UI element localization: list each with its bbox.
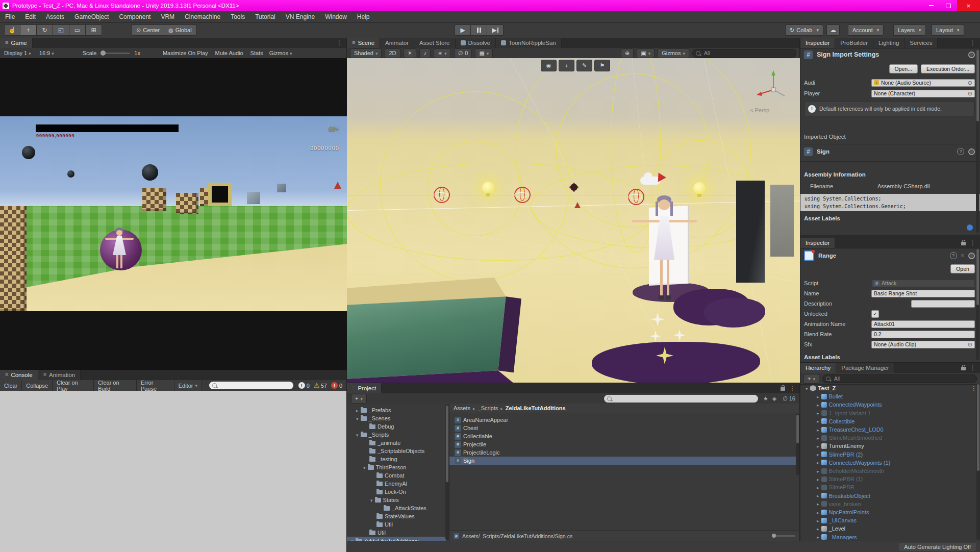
folder-row[interactable]: _testing xyxy=(347,455,397,463)
expand-arrow-icon[interactable] xyxy=(817,443,819,449)
expand-arrow-icon[interactable] xyxy=(817,485,819,490)
pane-kebab-icon[interactable] xyxy=(789,385,795,391)
open-asset-button[interactable]: Open xyxy=(950,264,975,273)
error-count-toggle[interactable]: ! 0 xyxy=(331,382,342,389)
tab-inspector-2[interactable]: Inspector xyxy=(800,238,835,248)
menu-cinemachine[interactable]: Cinemachine xyxy=(180,11,225,22)
folder-row[interactable]: States xyxy=(347,496,399,504)
name-field[interactable]: Basic Range Shot xyxy=(871,290,975,297)
file-row-selected[interactable]: Sign xyxy=(449,457,799,465)
hierarchy-search[interactable] xyxy=(822,374,977,383)
folder-row[interactable]: _animate xyxy=(347,439,400,447)
persp-label[interactable]: < Persp xyxy=(750,107,769,113)
tab-services[interactable]: Services xyxy=(904,38,938,48)
expand-arrow-icon[interactable] xyxy=(356,408,359,413)
menu-vn-engine[interactable]: VN Engine xyxy=(281,11,320,22)
overlay-move-button[interactable]: + xyxy=(559,60,574,71)
menu-gameobject[interactable]: GameObject xyxy=(69,11,114,22)
expand-arrow-icon[interactable] xyxy=(817,394,819,399)
play-button[interactable]: ▶ xyxy=(455,24,471,36)
file-row[interactable]: Projectile xyxy=(449,440,799,448)
project-search[interactable] xyxy=(604,395,758,403)
hierarchy-item[interactable]: SlimePBR (1) xyxy=(800,475,980,483)
warning-count-toggle[interactable]: ⚠ 57 xyxy=(314,382,327,389)
rect-tool-icon[interactable]: ▭ xyxy=(69,24,86,36)
hierarchy-item[interactable]: 1_ignot Variant 1 xyxy=(800,409,980,417)
description-field[interactable] xyxy=(911,300,975,308)
tab-animation[interactable]: Animation xyxy=(38,370,81,380)
menu-vrm[interactable]: VRM xyxy=(156,11,180,22)
game-viewport[interactable]: 999999,999999 60+ 00000000 xyxy=(0,58,347,370)
aspect-dropdown[interactable]: 16:9 xyxy=(39,50,54,56)
hidden-count-button[interactable]: ∅16 xyxy=(783,395,795,402)
file-row[interactable]: Chest xyxy=(449,424,799,432)
menu-tutorial[interactable]: Tutorial xyxy=(250,11,281,22)
project-search-input[interactable] xyxy=(614,395,755,402)
blend-rate-field[interactable]: 0.2 xyxy=(871,331,975,338)
lock-icon[interactable] xyxy=(961,367,966,370)
folder-row[interactable]: EnemyAI xyxy=(347,480,408,488)
hierarchy-item[interactable]: Bullet xyxy=(800,392,980,400)
folder-row[interactable]: _ScriptableObjects xyxy=(347,447,424,455)
tab-scene[interactable]: Scene xyxy=(347,38,380,48)
console-search-input[interactable] xyxy=(219,382,290,389)
create-asset-button[interactable]: + xyxy=(351,394,367,404)
collapse-arrow-icon[interactable] xyxy=(356,432,359,438)
breadcrumb-assets[interactable]: Assets xyxy=(454,405,470,411)
object-picker-icon[interactable] xyxy=(968,80,972,86)
create-object-button[interactable]: + xyxy=(803,374,819,384)
menu-assets[interactable]: Assets xyxy=(41,11,69,22)
hierarchy-item[interactable]: SlimePBR xyxy=(800,483,980,491)
expand-arrow-icon[interactable] xyxy=(817,518,819,523)
breadcrumb-leaf[interactable]: ZeldaLikeTutAdditions xyxy=(506,405,566,411)
collab-button[interactable]: ↻Collab xyxy=(785,24,823,36)
scene-viewport[interactable]: ◉ + ✎ ⚑ < Persp xyxy=(347,58,800,383)
script-object-field[interactable]: #Attack xyxy=(871,280,975,287)
menu-help[interactable]: Help xyxy=(352,11,375,22)
tab-asset-store[interactable]: Asset Store xyxy=(414,38,455,48)
close-button[interactable]: × xyxy=(957,0,980,11)
hierarchy-scrollbar[interactable] xyxy=(976,384,980,540)
expand-arrow-icon[interactable] xyxy=(817,493,819,498)
hierarchy-search-input[interactable] xyxy=(833,375,973,382)
expand-arrow-icon[interactable] xyxy=(817,501,819,507)
collapse-arrow-icon[interactable] xyxy=(356,416,359,421)
menu-edit[interactable]: Edit xyxy=(20,11,41,22)
expand-arrow-icon[interactable] xyxy=(817,476,819,482)
editor-dropdown[interactable]: Editor xyxy=(174,380,202,391)
scene-camera-dropdown[interactable]: ▣ xyxy=(637,48,655,58)
tab-game[interactable]: Game xyxy=(0,38,33,48)
unlocked-checkbox[interactable]: ✓ xyxy=(871,310,879,318)
step-button[interactable]: ▶ xyxy=(487,24,504,36)
folder-row[interactable]: _AttackStates xyxy=(347,504,426,512)
hierarchy-item[interactable]: TreasureChest_LOD0 xyxy=(800,425,980,434)
minimize-button[interactable] xyxy=(922,0,940,11)
scene-root-row[interactable]: Test_Z xyxy=(800,384,980,392)
expand-arrow-icon[interactable] xyxy=(817,451,819,457)
hand-tool-icon[interactable]: ☝ xyxy=(4,24,20,36)
scene-search-input[interactable] xyxy=(703,50,793,57)
player-object-field[interactable]: None (Character) xyxy=(871,90,975,97)
hidden-objects-toggle[interactable]: ∅0 xyxy=(454,48,472,58)
expand-arrow-icon[interactable] xyxy=(817,410,819,416)
folder-row[interactable]: StateValues xyxy=(347,512,415,520)
hierarchy-item[interactable]: _UICanvas xyxy=(800,516,980,524)
breadcrumb-scripts[interactable]: _Scripts xyxy=(478,405,498,411)
stats-toggle[interactable]: Stats xyxy=(250,50,263,56)
auto-generate-lighting-toggle[interactable]: Auto Generate Lighting Off xyxy=(899,543,976,551)
overlay-pen-button[interactable]: ✎ xyxy=(576,60,592,71)
object-picker-icon[interactable] xyxy=(968,342,972,347)
presets-icon[interactable] xyxy=(961,253,964,259)
orientation-gizmo[interactable] xyxy=(753,66,794,107)
display-dropdown[interactable]: Display 1 xyxy=(4,50,31,56)
file-list-scrollbar[interactable] xyxy=(796,414,799,475)
hierarchy-item[interactable]: SlimePBR (2) xyxy=(800,450,980,459)
file-row[interactable]: Collectiable xyxy=(449,432,799,440)
menu-file[interactable]: File xyxy=(0,11,20,22)
hierarchy-item[interactable]: SlimeMeshSmoothed xyxy=(800,434,980,442)
overlay-flag-button[interactable]: ⚑ xyxy=(594,60,610,71)
tab-inspector[interactable]: Inspector xyxy=(800,38,835,48)
expand-arrow-icon[interactable] xyxy=(817,418,819,424)
asset-bundle-dot[interactable] xyxy=(967,224,973,231)
pane-kebab-icon[interactable] xyxy=(336,40,342,46)
